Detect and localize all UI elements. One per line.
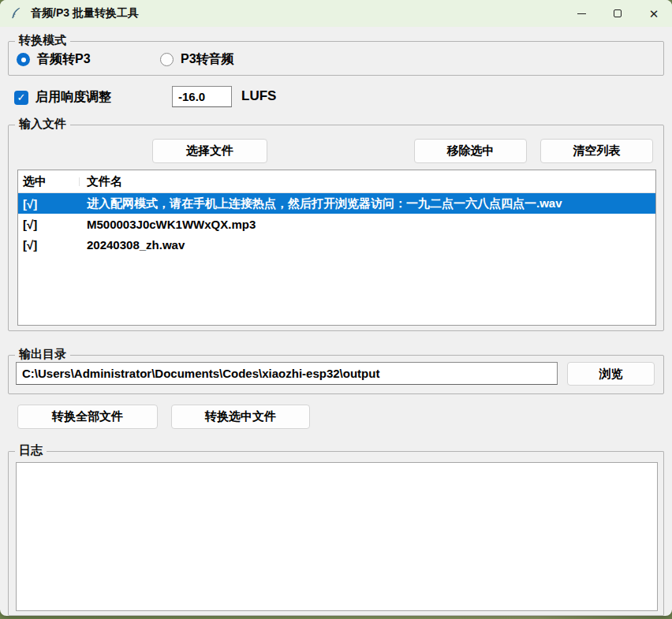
close-button[interactable]: ✕ [636, 0, 672, 27]
lufs-unit-label: LUFS [241, 88, 276, 104]
radio-audio-to-p3-label: 音频转P3 [37, 51, 91, 68]
log-textarea[interactable] [16, 462, 658, 611]
convert-all-button[interactable]: 转换全部文件 [17, 405, 158, 429]
row-filename-cell: M500003J0cWK1WWxQX.mp3 [80, 218, 655, 231]
mode-group: 转换模式 音频转P3 P3转音频 [8, 41, 664, 76]
row-checked-cell: [√] [18, 238, 80, 252]
radio-audio-to-p3[interactable]: 音频转P3 [17, 51, 91, 68]
file-table: 选中 文件名 [√] 进入配网模式，请在手机上连接热点，然后打开浏览器访问：一九… [17, 170, 656, 326]
output-path-input[interactable] [16, 362, 558, 385]
column-header-filename[interactable]: 文件名 [80, 174, 655, 189]
row-checked-cell: [√] [18, 218, 80, 231]
table-row[interactable]: [√] 进入配网模式，请在手机上连接热点，然后打开浏览器访问：一九二点一六八点四… [18, 193, 655, 214]
input-files-group-label: 输入文件 [15, 117, 70, 132]
window-title: 音频/P3 批量转换工具 [31, 6, 139, 21]
maximize-button[interactable] [599, 0, 636, 27]
app-window: 音频/P3 批量转换工具 ✕ 转换模式 音频转P3 P3转音频 ✓ 启用响度调整… [0, 0, 672, 616]
radio-selected-icon [17, 53, 30, 66]
select-files-button[interactable]: 选择文件 [152, 139, 267, 163]
app-feather-icon [10, 7, 23, 20]
row-filename-cell: 20240308_zh.wav [80, 238, 655, 252]
loudness-checkbox-row[interactable]: ✓ 启用响度调整 [14, 89, 111, 106]
close-icon: ✕ [649, 8, 659, 20]
loudness-checkbox-label: 启用响度调整 [35, 89, 111, 106]
minimize-icon [577, 13, 586, 14]
window-controls: ✕ [563, 0, 672, 27]
clear-list-button[interactable]: 清空列表 [540, 139, 653, 163]
row-checked-cell: [√] [18, 197, 80, 211]
table-row[interactable]: [√] M500003J0cWK1WWxQX.mp3 [18, 214, 655, 234]
row-filename-cell: 进入配网模式，请在手机上连接热点，然后打开浏览器访问：一九二点一六八点四点一.w… [80, 196, 655, 211]
maximize-icon [614, 9, 622, 17]
radio-p3-to-audio[interactable]: P3转音频 [160, 51, 234, 68]
radio-p3-to-audio-label: P3转音频 [181, 51, 234, 68]
loudness-checkbox[interactable]: ✓ [14, 91, 28, 105]
browse-button[interactable]: 浏览 [567, 362, 655, 386]
column-header-checked[interactable]: 选中 [18, 174, 80, 189]
file-table-header: 选中 文件名 [18, 170, 655, 193]
radio-unselected-icon [160, 53, 174, 66]
minimize-button[interactable] [563, 0, 599, 27]
lufs-input[interactable] [172, 86, 232, 107]
remove-selected-button[interactable]: 移除选中 [414, 139, 527, 163]
title-bar: 音频/P3 批量转换工具 ✕ [0, 0, 672, 27]
mode-group-label: 转换模式 [15, 33, 70, 48]
table-row[interactable]: [√] 20240308_zh.wav [18, 234, 655, 255]
convert-selected-button[interactable]: 转换选中文件 [171, 405, 310, 429]
log-group-label: 日志 [15, 443, 47, 458]
output-dir-group-label: 输出目录 [15, 347, 70, 362]
